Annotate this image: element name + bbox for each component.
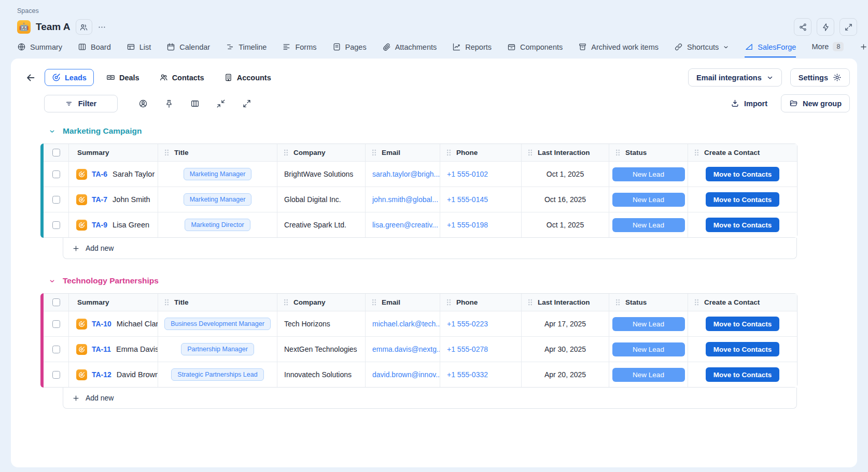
email-integrations-button[interactable]: Email integrations	[688, 68, 782, 87]
tab-calendar[interactable]: Calendar	[166, 42, 210, 58]
members-button[interactable]	[76, 19, 92, 35]
status-button[interactable]: New Lead	[612, 317, 685, 331]
automations-button[interactable]	[817, 18, 834, 36]
contacts-view-button[interactable]: Contacts	[152, 69, 212, 86]
add-tab-button[interactable]	[859, 42, 868, 58]
collapse-icon[interactable]	[216, 99, 226, 108]
drag-handle-icon[interactable]	[694, 298, 699, 306]
lead-name[interactable]: Emma Davis	[116, 345, 158, 353]
tab-list[interactable]: List	[127, 42, 151, 58]
tab-salesforge[interactable]: SalesForge	[745, 42, 796, 58]
drag-handle-icon[interactable]	[528, 298, 533, 306]
back-button[interactable]	[25, 72, 36, 83]
tab-shortcuts[interactable]: Shortcuts	[674, 42, 729, 58]
drag-handle-icon[interactable]	[164, 149, 169, 156]
move-to-contacts-button[interactable]: Move to Contacts	[706, 317, 779, 331]
phone-link[interactable]: +1 555-0102	[447, 170, 488, 178]
phone-link[interactable]: +1 555-0278	[447, 345, 488, 353]
drag-handle-icon[interactable]	[372, 149, 376, 156]
row-checkbox[interactable]	[52, 170, 60, 178]
title-chip[interactable]: Marketing Manager	[184, 193, 252, 206]
fullscreen-button[interactable]	[839, 18, 857, 36]
add-new-row-button[interactable]: Add new	[63, 238, 797, 259]
tab-pages[interactable]: Pages	[332, 42, 367, 58]
settings-button[interactable]: Settings	[790, 68, 850, 87]
leads-view-button[interactable]: Leads	[45, 69, 94, 86]
drag-handle-icon[interactable]	[528, 149, 533, 156]
group-header[interactable]: Technology Partnerships	[49, 276, 857, 285]
row-checkbox[interactable]	[52, 371, 60, 379]
drag-handle-icon[interactable]	[446, 298, 451, 306]
new-group-button[interactable]: New group	[781, 94, 850, 112]
status-button[interactable]: New Lead	[612, 218, 685, 232]
status-button[interactable]: New Lead	[612, 368, 685, 382]
phone-link[interactable]: +1 555-0332	[447, 370, 488, 379]
email-link[interactable]: lisa.green@creativ...	[372, 221, 438, 229]
pin-icon[interactable]	[164, 99, 174, 108]
select-all-checkbox[interactable]	[52, 298, 60, 306]
drag-handle-icon[interactable]	[615, 298, 620, 306]
work-item-id[interactable]: TA-12	[92, 370, 111, 379]
lead-name[interactable]: David Brown	[117, 370, 158, 379]
email-link[interactable]: john.smith@global...	[372, 195, 438, 204]
drag-handle-icon[interactable]	[446, 149, 451, 156]
drag-handle-icon[interactable]	[615, 149, 620, 156]
email-link[interactable]: michael.clark@tech...	[372, 320, 440, 328]
lead-name[interactable]: Sarah Taylor	[113, 170, 155, 178]
move-to-contacts-button[interactable]: Move to Contacts	[706, 342, 779, 356]
tab-attachments[interactable]: Attachments	[382, 42, 437, 58]
group-header[interactable]: Marketing Campaign	[49, 126, 857, 136]
title-chip[interactable]: Strategic Partnerships Lead	[171, 368, 263, 381]
add-new-row-button[interactable]: Add new	[63, 388, 797, 409]
drag-handle-icon[interactable]	[372, 298, 376, 306]
row-checkbox[interactable]	[52, 346, 60, 353]
drag-handle-icon[interactable]	[284, 298, 288, 306]
work-item-id[interactable]: TA-6	[92, 170, 107, 178]
title-chip[interactable]: Marketing Manager	[184, 168, 252, 180]
lead-name[interactable]: Lisa Green	[113, 221, 149, 229]
email-link[interactable]: emma.davis@nextg...	[372, 345, 440, 353]
work-item-id[interactable]: TA-9	[92, 221, 107, 229]
tab-components[interactable]: Components	[507, 42, 563, 58]
breadcrumb[interactable]: Spaces	[17, 7, 857, 15]
work-item-id[interactable]: TA-7	[92, 195, 107, 204]
title-chip[interactable]: Marketing Director	[185, 219, 250, 231]
lead-name[interactable]: John Smith	[113, 195, 150, 204]
drag-handle-icon[interactable]	[284, 149, 288, 156]
row-checkbox[interactable]	[52, 320, 60, 328]
tab-forms[interactable]: Forms	[282, 42, 316, 58]
title-chip[interactable]: Business Development Manager	[164, 318, 271, 330]
move-to-contacts-button[interactable]: Move to Contacts	[706, 367, 779, 382]
drag-handle-icon[interactable]	[164, 298, 169, 306]
lead-name[interactable]: Michael Clark	[117, 320, 158, 328]
select-all-checkbox[interactable]	[52, 149, 60, 156]
tab-archived-work-items[interactable]: Archived work items	[578, 42, 659, 58]
row-checkbox[interactable]	[52, 196, 60, 204]
tab-more[interactable]: More 8	[811, 42, 844, 58]
expand-icon[interactable]	[242, 99, 251, 108]
import-button[interactable]: Import	[731, 99, 767, 108]
work-item-id[interactable]: TA-10	[92, 320, 111, 328]
tab-reports[interactable]: Reports	[452, 42, 492, 58]
columns-icon[interactable]	[190, 99, 200, 108]
accounts-view-button[interactable]: Accounts	[217, 69, 278, 86]
deals-view-button[interactable]: Deals	[99, 69, 147, 86]
row-checkbox[interactable]	[52, 221, 60, 229]
status-button[interactable]: New Lead	[612, 193, 685, 207]
phone-link[interactable]: +1 555-0223	[447, 320, 488, 328]
email-link[interactable]: sarah.taylor@brigh...	[372, 170, 440, 178]
phone-link[interactable]: +1 555-0145	[447, 195, 488, 204]
status-button[interactable]: New Lead	[612, 342, 685, 356]
title-chip[interactable]: Partnership Manager	[181, 343, 254, 355]
move-to-contacts-button[interactable]: Move to Contacts	[706, 218, 779, 232]
phone-link[interactable]: +1 555-0198	[447, 221, 488, 229]
status-button[interactable]: New Lead	[612, 167, 685, 181]
tab-timeline[interactable]: Timeline	[226, 42, 267, 58]
move-to-contacts-button[interactable]: Move to Contacts	[706, 192, 779, 207]
tab-board[interactable]: Board	[78, 42, 111, 58]
user-circle-icon[interactable]	[138, 99, 148, 108]
filter-button[interactable]: Filter	[44, 95, 118, 112]
move-to-contacts-button[interactable]: Move to Contacts	[706, 167, 779, 181]
work-item-id[interactable]: TA-11	[92, 345, 111, 353]
more-options-button[interactable]	[97, 23, 106, 32]
